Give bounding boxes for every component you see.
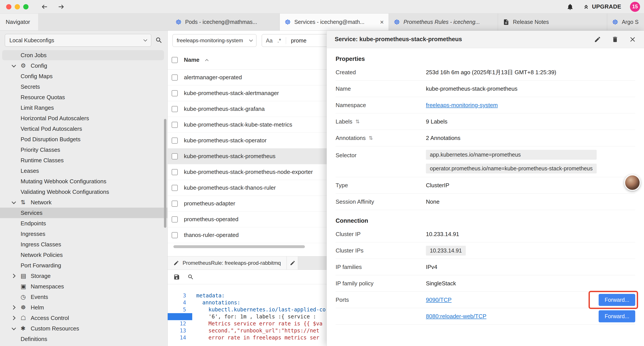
sidebar-item[interactable]: Services <box>0 208 168 218</box>
row-checkbox[interactable] <box>172 232 178 238</box>
forward-port-button[interactable]: Forward... <box>599 294 635 306</box>
row-checkbox[interactable] <box>172 201 178 207</box>
sidebar-item[interactable]: Mutating Webhook Configurations <box>0 176 168 187</box>
close-drawer-icon[interactable] <box>629 36 636 43</box>
sidebar-item[interactable]: Priority Classes <box>0 145 168 155</box>
tab-argo[interactable]: Argo S <box>607 13 644 30</box>
sidebar-item[interactable]: Port Forwarding <box>0 260 168 271</box>
sidebar-item[interactable]: Ingress Classes <box>0 239 168 250</box>
sidebar-scrollbar-thumb[interactable] <box>164 119 166 228</box>
service-row[interactable]: prometheus-operated <box>168 212 326 227</box>
sidebar-item[interactable]: Cron Jobs <box>0 50 168 60</box>
sidebar-item[interactable]: Secrets <box>0 81 168 92</box>
tab-release-notes[interactable]: Release Notes <box>498 13 607 30</box>
namespace-filter-select[interactable]: freeleaps-monitoring-system <box>172 34 256 47</box>
cluster-ips-badge: 10.233.14.91 <box>426 246 466 256</box>
yaml-editor[interactable]: 3 metadata: 4 annotations: 5 kubectl.kub… <box>168 284 326 346</box>
close-tab-icon[interactable]: × <box>380 19 384 25</box>
property-label: Cluster IPs <box>336 247 426 254</box>
sidebar-item-label: Validating Webhook Configurations <box>20 189 109 195</box>
sidebar-item[interactable]: ☸ Helm <box>0 302 168 313</box>
regex-toggle[interactable]: .* <box>278 37 281 44</box>
sidebar-item[interactable]: Config Maps <box>0 71 168 81</box>
editor-search-button[interactable] <box>188 274 194 280</box>
tab-prometheus-rules[interactable]: Prometheus Rules - icecheng... <box>389 13 498 30</box>
service-row[interactable]: kube-prometheus-stack-prometheus-node-ex… <box>168 164 326 180</box>
sidebar-item[interactable]: Definitions <box>0 334 168 344</box>
service-row[interactable]: kube-prometheus-stack-kube-state-metrics <box>168 117 326 133</box>
sidebar-item[interactable]: ▤ Storage <box>0 271 168 281</box>
sidebar-item[interactable]: Pod Disruption Budgets <box>0 134 168 145</box>
editor-tab-prometheusrule[interactable]: PrometheusRule: freeleaps-prod-rabbitmq <box>168 256 287 270</box>
delete-button[interactable] <box>612 36 618 43</box>
row-checkbox[interactable] <box>172 185 178 191</box>
row-checkbox[interactable] <box>172 137 178 144</box>
upgrade-button[interactable]: UPGRADE <box>582 3 621 10</box>
kubeconfig-selector[interactable]: Local Kubeconfigs <box>5 34 151 47</box>
sidebar-item[interactable]: ⇅ Network <box>0 197 168 208</box>
tab-pods[interactable]: Pods - icecheng@mathmas... <box>170 13 280 30</box>
sort-ascending-icon[interactable] <box>205 59 209 63</box>
row-checkbox[interactable] <box>172 169 178 175</box>
tab-services[interactable]: Services - icecheng@math... × <box>280 13 389 30</box>
service-row[interactable]: kube-prometheus-stack-alertmanager <box>168 85 326 101</box>
sidebar-item[interactable]: ☖ Access Control <box>0 313 168 323</box>
sidebar-item[interactable]: ◷ Events <box>0 292 168 302</box>
services-panel: freeleaps-monitoring-system Aa .* prome … <box>168 31 326 346</box>
sidebar-item[interactable]: ✱ Custom Resources <box>0 323 168 334</box>
editor-tab-next[interactable] <box>287 256 298 270</box>
name-column-header[interactable]: Name <box>184 56 200 63</box>
sidebar-item[interactable]: Leases <box>0 166 168 176</box>
minimize-window-button[interactable] <box>15 4 20 9</box>
port-link-8080[interactable]: 8080:reloader-web/TCP <box>426 313 486 320</box>
zoom-window-button[interactable] <box>23 4 28 9</box>
labels-expander-icon[interactable] <box>356 119 360 125</box>
user-avatar[interactable] <box>624 175 640 191</box>
row-checkbox[interactable] <box>172 153 178 159</box>
list-search-input[interactable]: Aa .* prome <box>262 34 326 47</box>
sidebar-item[interactable]: ▣ Namespaces <box>0 281 168 292</box>
service-row[interactable]: kube-prometheus-stack-prometheus <box>168 148 326 164</box>
case-sensitive-toggle[interactable]: Aa <box>266 37 273 44</box>
save-button[interactable] <box>174 274 180 280</box>
service-name: kube-prometheus-stack-thanos-ruler <box>184 184 276 191</box>
code-text: metadata: <box>192 292 225 299</box>
row-checkbox[interactable] <box>172 216 178 223</box>
sidebar-item[interactable]: Vertical Pod Autoscalers <box>0 123 168 134</box>
sidebar-item[interactable]: Endpoints <box>0 218 168 229</box>
sidebar-item[interactable]: Horizontal Pod Autoscalers <box>0 113 168 123</box>
back-button[interactable] <box>41 3 48 10</box>
sidebar-search-icon[interactable] <box>155 36 163 44</box>
forward-port-button[interactable]: Forward... <box>599 310 635 322</box>
service-row[interactable]: prometheus-adapter <box>168 196 326 212</box>
sidebar-item-label: Mutating Webhook Configurations <box>20 178 106 185</box>
sidebar-item[interactable]: Runtime Classes <box>0 155 168 166</box>
row-checkbox[interactable] <box>172 106 178 112</box>
annotations-expander-icon[interactable] <box>369 135 373 141</box>
sidebar-item[interactable]: Resource Quotas <box>0 92 168 102</box>
forward-button[interactable] <box>58 3 65 10</box>
port-link-9090[interactable]: 9090/TCP <box>426 297 452 303</box>
row-checkbox[interactable] <box>172 90 178 96</box>
sidebar-item[interactable]: Ingresses <box>0 229 168 239</box>
close-window-button[interactable] <box>6 4 12 9</box>
name-value: kube-prometheus-stack-prometheus <box>426 85 518 92</box>
service-row[interactable]: alertmanager-operated <box>168 70 326 85</box>
service-row[interactable]: kube-prometheus-stack-operator <box>168 133 326 148</box>
namespace-link[interactable]: freeleaps-monitoring-system <box>426 102 498 108</box>
sidebar-item[interactable]: Validating Webhook Configurations <box>0 187 168 197</box>
notification-count-badge[interactable]: 15 <box>630 2 640 12</box>
service-row[interactable]: thanos-ruler-operated <box>168 227 326 243</box>
select-all-checkbox[interactable] <box>172 57 178 63</box>
row-checkbox[interactable] <box>172 74 178 81</box>
edit-button[interactable] <box>594 36 601 43</box>
service-row[interactable]: kube-prometheus-stack-thanos-ruler <box>168 180 326 196</box>
service-row[interactable]: kube-prometheus-stack-grafana <box>168 101 326 117</box>
horizontal-scrollbar-thumb[interactable] <box>174 245 305 248</box>
row-checkbox[interactable] <box>172 122 178 128</box>
sidebar-item[interactable]: Network Policies <box>0 250 168 260</box>
navigator-title: Navigator <box>6 19 30 25</box>
sidebar-item[interactable]: ⚙ Config <box>0 60 168 71</box>
notifications-bell-icon[interactable] <box>566 3 574 10</box>
sidebar-item[interactable]: Limit Ranges <box>0 102 168 113</box>
